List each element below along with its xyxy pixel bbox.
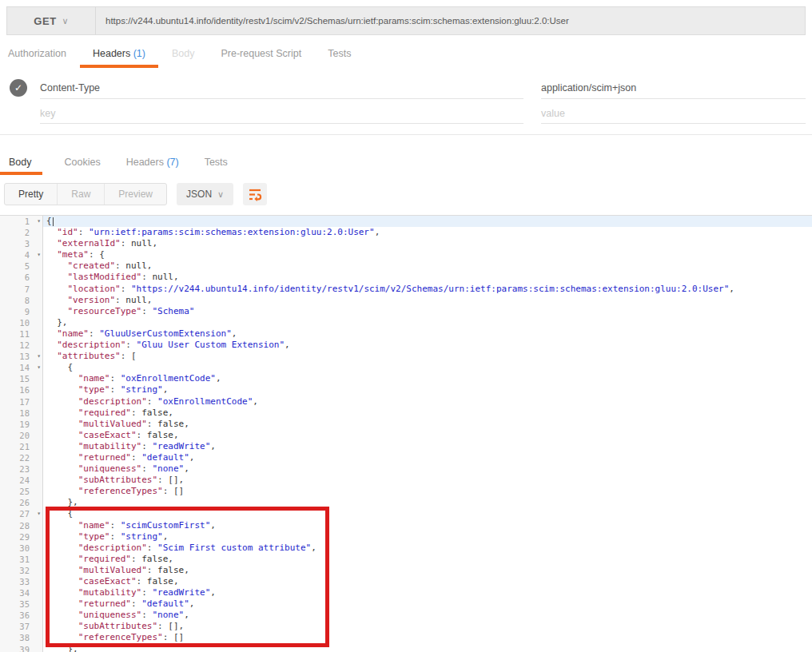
code-line[interactable]: 16 "type": "string",: [0, 384, 812, 396]
code-line-content: "location": "https://v244.ubuntu14.info/…: [43, 284, 812, 295]
new-header-value-field[interactable]: value: [541, 99, 806, 124]
request-tab-headers[interactable]: Headers (1): [80, 48, 158, 68]
header-value-field[interactable]: application/scim+json: [541, 79, 806, 99]
code-token: "subAttributes": [78, 621, 157, 631]
code-line-content: "type": "string",: [43, 531, 812, 543]
code-line[interactable]: 14▾ {: [0, 362, 812, 373]
code-line[interactable]: 35 "returned": "default",: [0, 598, 812, 610]
code-token: "mutability": [78, 441, 141, 451]
checkbox-checked-icon[interactable]: ✓: [10, 79, 27, 97]
code-line[interactable]: 23 "uniqueness": "none",: [0, 463, 812, 475]
request-tab-authorization[interactable]: Authorization: [8, 48, 66, 68]
code-token: [46, 632, 78, 642]
code-token: [46, 408, 78, 418]
fold-toggle-icon[interactable]: ▾: [37, 362, 41, 373]
code-line[interactable]: 24 "subAttributes": [],: [0, 475, 812, 486]
method-dropdown[interactable]: GET ∨: [7, 7, 96, 34]
code-line-content: "referenceTypes": []: [43, 632, 812, 643]
code-token: "uniqueness": [78, 610, 141, 620]
response-tab-body[interactable]: Body: [0, 157, 42, 175]
language-dropdown[interactable]: JSON ∨: [177, 183, 233, 205]
code-line[interactable]: 18 "required": false,: [0, 408, 812, 419]
code-line[interactable]: 11 "name": "GluuUserCustomExtension",: [0, 328, 812, 340]
code-token: "required": [78, 554, 131, 564]
request-tab-tests[interactable]: Tests: [328, 48, 351, 68]
header-key-field[interactable]: Content-Type: [40, 79, 523, 99]
code-line[interactable]: 34 "mutability": "readWrite",: [0, 587, 812, 598]
code-line[interactable]: 9 "resourceType": "Schema": [0, 306, 812, 317]
code-token: :: [115, 260, 125, 271]
code-line-content: "meta": {: [43, 249, 812, 260]
code-line[interactable]: 6 "lastModified": null,: [0, 272, 812, 283]
view-mode-pretty-button[interactable]: Pretty: [5, 184, 58, 205]
code-token: "caseExact": [78, 576, 137, 586]
code-line-content: "multiValued": false,: [43, 419, 812, 430]
code-token: ,: [163, 531, 169, 542]
code-line[interactable]: 4▾ "meta": {: [0, 249, 812, 260]
text-cursor: [53, 217, 54, 226]
code-token: "Scim First custom attribute": [157, 543, 311, 553]
code-line[interactable]: 33 "caseExact": false,: [0, 576, 812, 587]
code-token: [46, 340, 57, 350]
code-line[interactable]: 30 "description": "Scim First custom att…: [0, 543, 812, 554]
code-line[interactable]: 38 "referenceTypes": []: [0, 632, 812, 643]
code-token: "readWrite": [152, 587, 210, 598]
code-token: ,: [216, 373, 221, 384]
new-header-key-field[interactable]: key: [40, 99, 523, 124]
code-line[interactable]: 29 "type": "string",: [0, 531, 812, 543]
line-number-gutter: 25: [0, 486, 43, 497]
code-token: :: [147, 543, 157, 553]
response-body-editor[interactable]: 1▾{2 "id": "urn:ietf:params:scim:schemas…: [0, 215, 812, 652]
code-line[interactable]: 12 "description": "Gluu User Custom Exte…: [0, 340, 812, 351]
code-token: ,: [147, 295, 153, 305]
code-line[interactable]: 31 "required": false,: [0, 554, 812, 565]
code-line-content: "name": "scimCustomFirst",: [43, 520, 812, 531]
code-line[interactable]: 15 "name": "oxEnrollmentCode",: [0, 373, 812, 384]
fold-toggle-icon[interactable]: ▾: [37, 216, 41, 227]
code-token: :: [125, 340, 136, 350]
code-token: ,: [189, 598, 195, 609]
code-line[interactable]: 2 "id": "urn:ietf:params:scim:schemas:ex…: [0, 227, 812, 238]
response-tab-cookies[interactable]: Cookies: [65, 157, 101, 175]
response-tab-tests[interactable]: Tests: [205, 157, 228, 175]
response-tab-headers[interactable]: Headers (7): [126, 157, 179, 175]
fold-toggle-icon[interactable]: ▾: [37, 249, 41, 260]
code-line[interactable]: 22 "returned": "default",: [0, 452, 812, 463]
code-token: [46, 621, 78, 631]
wrap-text-button[interactable]: [243, 183, 267, 205]
view-mode-preview-button[interactable]: Preview: [105, 184, 166, 205]
code-line[interactable]: 26 },: [0, 497, 812, 508]
code-token: ,: [253, 396, 258, 407]
code-token: [46, 441, 78, 451]
code-token: :: [137, 430, 147, 440]
code-line[interactable]: 17 "description": "oxEnrollmentCode",: [0, 396, 812, 408]
request-tab-body[interactable]: Body: [172, 48, 195, 68]
code-line[interactable]: 37 "subAttributes": [],: [0, 621, 812, 632]
request-tab-pre-request-script[interactable]: Pre-request Script: [221, 48, 301, 68]
wrap-text-icon: [249, 188, 262, 201]
code-line[interactable]: 19 "multiValued": false,: [0, 419, 812, 430]
code-line[interactable]: 3 "externalId": null,: [0, 238, 812, 249]
code-line[interactable]: 1▾{: [0, 216, 812, 227]
code-line[interactable]: 13▾ "attributes": [: [0, 351, 812, 362]
code-line[interactable]: 25 "referenceTypes": []: [0, 486, 812, 497]
view-mode-raw-button[interactable]: Raw: [58, 184, 105, 205]
url-input[interactable]: https://v244.ubuntu14.info/identity/rest…: [96, 7, 805, 34]
code-line[interactable]: 32 "multiValued": false,: [0, 565, 812, 576]
code-line[interactable]: 39 },: [0, 644, 812, 652]
code-line[interactable]: 5 "created": null,: [0, 260, 812, 272]
code-line[interactable]: 27▾ {: [0, 508, 812, 519]
code-token: : []: [163, 486, 185, 496]
code-line[interactable]: 21 "mutability": "readWrite",: [0, 441, 812, 452]
code-token: [46, 284, 68, 294]
code-line[interactable]: 7 "location": "https://v244.ubuntu14.inf…: [0, 284, 812, 295]
code-token: null: [152, 272, 173, 282]
code-line[interactable]: 8 "version": null,: [0, 295, 812, 306]
code-line[interactable]: 10 },: [0, 317, 812, 328]
fold-toggle-icon[interactable]: ▾: [37, 508, 41, 519]
fold-toggle-icon[interactable]: ▾: [37, 351, 41, 362]
code-line[interactable]: 36 "uniqueness": "none",: [0, 610, 812, 621]
code-token: false: [147, 430, 173, 440]
code-line[interactable]: 28 "name": "scimCustomFirst",: [0, 520, 812, 531]
code-line[interactable]: 20 "caseExact": false,: [0, 430, 812, 441]
